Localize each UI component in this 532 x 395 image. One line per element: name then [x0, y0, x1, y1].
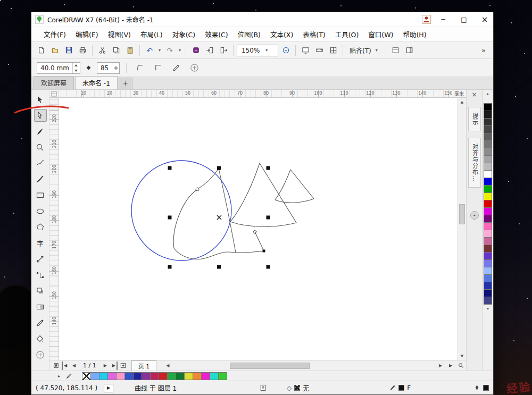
color-swatch[interactable]	[484, 200, 492, 208]
color-swatch[interactable]	[484, 148, 492, 156]
scroll-down-icon[interactable]: ▼	[461, 352, 463, 360]
page-flyout-button[interactable]	[52, 362, 60, 370]
nib-angle-stepper[interactable]	[112, 63, 119, 73]
fill-indicator[interactable]: ◇ 无	[287, 383, 309, 392]
shape-tool[interactable]	[34, 109, 47, 122]
color-swatch[interactable]	[484, 140, 492, 148]
horizontal-ruler[interactable]: 102030405060708090100110120130140150	[59, 90, 452, 97]
nib-size-input[interactable]: 40.0 mm	[37, 62, 80, 74]
color-swatch[interactable]	[484, 170, 492, 178]
maximize-button[interactable]: □	[455, 12, 472, 27]
bottom-palette-eyedropper-button[interactable]	[64, 372, 73, 380]
docker-tab-align-distribute[interactable]: 对齐与分布…	[468, 138, 481, 188]
menu-item-2[interactable]: 编辑(E)	[71, 27, 103, 41]
color-swatch[interactable]	[184, 372, 193, 380]
color-swatch[interactable]	[116, 372, 125, 380]
color-swatch[interactable]	[218, 372, 227, 380]
document-info-icon[interactable]	[260, 384, 267, 391]
outline-indicator[interactable]: F	[389, 384, 411, 392]
color-swatch[interactable]	[193, 372, 202, 380]
nib-angle-input[interactable]: 85	[97, 62, 120, 74]
artistic-media-tool[interactable]	[34, 173, 47, 186]
color-swatch[interactable]	[201, 372, 210, 380]
color-swatch[interactable]	[484, 289, 492, 297]
menu-item-12[interactable]: 帮助(H)	[398, 27, 431, 41]
menu-item-8[interactable]: 文本(X)	[265, 27, 298, 41]
fullscreen-preview-button[interactable]	[299, 44, 312, 57]
new-document-tab-button[interactable]: +	[119, 78, 132, 89]
color-swatch[interactable]	[484, 297, 492, 305]
color-swatch[interactable]	[150, 372, 159, 380]
close-button[interactable]: ×	[476, 12, 493, 27]
menu-item-1[interactable]: 文件(F)	[39, 27, 71, 41]
tab-welcome-screen[interactable]: 欢迎屏幕	[34, 76, 74, 89]
ruler-origin-button[interactable]	[49, 90, 59, 97]
toolbar-overflow-chevron[interactable]: »	[477, 46, 490, 54]
minimize-button[interactable]: ─	[435, 12, 452, 27]
bottom-palette-flyout-icon[interactable]: ▸	[55, 372, 63, 380]
color-swatch[interactable]	[484, 207, 492, 215]
transparency-tool[interactable]	[34, 300, 47, 313]
next-page-button[interactable]: ▶	[101, 362, 110, 370]
text-tool[interactable]: 字	[34, 237, 47, 249]
stylus-pressure-button[interactable]	[169, 62, 183, 74]
outline-pen-group[interactable]	[473, 384, 489, 391]
dimension-tool[interactable]	[34, 253, 47, 265]
color-swatch[interactable]	[484, 125, 492, 133]
color-swatch[interactable]	[176, 372, 185, 380]
color-swatch[interactable]	[484, 282, 492, 290]
menu-item-7[interactable]: 位图(B)	[233, 27, 265, 41]
color-swatch[interactable]	[167, 372, 176, 380]
hscroll-left-icon[interactable]: ◀	[163, 363, 172, 368]
open-button[interactable]	[48, 44, 61, 57]
undo-button[interactable]: ↶	[143, 44, 156, 57]
add-page-button[interactable]	[119, 362, 128, 370]
menu-item-4[interactable]: 布局(L)	[136, 27, 168, 41]
export-button[interactable]	[217, 44, 230, 57]
print-button[interactable]	[76, 44, 89, 57]
paste-button[interactable]	[123, 44, 136, 57]
sharp-corner-button[interactable]	[151, 62, 165, 74]
options-button[interactable]	[389, 44, 402, 57]
last-page-button[interactable]: ▶	[111, 362, 118, 370]
color-swatch[interactable]	[142, 372, 151, 380]
import-button[interactable]	[203, 44, 216, 57]
vertical-ruler[interactable]: 220210200190180170160150140	[49, 98, 59, 360]
color-swatch[interactable]	[484, 155, 492, 163]
horizontal-scrollbar[interactable]: ◀ ▶	[163, 360, 445, 371]
cut-button[interactable]	[96, 44, 109, 57]
color-swatch[interactable]	[484, 259, 492, 267]
hscroll-thumb[interactable]	[230, 363, 309, 369]
menu-item-9[interactable]: 表格(T)	[298, 27, 330, 41]
show-rulers-button[interactable]	[313, 44, 326, 57]
selection-center-mark[interactable]	[217, 215, 221, 220]
color-swatch[interactable]	[484, 185, 492, 193]
zoom-level-select[interactable]: 150% ▾	[237, 45, 278, 56]
ellipse-object[interactable]	[131, 161, 231, 260]
menu-item-11[interactable]: 窗口(W)	[363, 27, 398, 41]
color-swatch[interactable]	[484, 178, 492, 186]
palette-scroll-down-icon[interactable]: ▾	[487, 305, 489, 312]
color-swatch[interactable]	[484, 222, 492, 230]
ellipse-tool[interactable]	[34, 205, 47, 217]
pick-tool[interactable]	[34, 93, 47, 106]
color-swatch[interactable]	[90, 372, 99, 380]
vscroll-thumb[interactable]	[459, 204, 465, 224]
rectangle-tool[interactable]	[34, 189, 47, 201]
pan-right-button[interactable]: ▶	[446, 362, 455, 370]
color-swatch[interactable]	[484, 133, 492, 141]
interactive-fill-tool[interactable]	[34, 332, 47, 345]
undo-dropdown-caret[interactable]: ▾	[157, 48, 162, 53]
color-swatch[interactable]	[484, 192, 492, 200]
redo-dropdown-caret[interactable]: ▾	[177, 48, 182, 53]
color-swatch[interactable]	[484, 103, 492, 111]
connector-tool[interactable]	[34, 268, 47, 281]
show-grid-button[interactable]	[327, 44, 339, 57]
copy-button[interactable]	[110, 44, 122, 57]
curve-object[interactable]	[173, 163, 314, 259]
freehand-tool[interactable]	[34, 157, 47, 170]
tab-document[interactable]: 未命名 -1	[75, 76, 118, 89]
vertical-scrollbar[interactable]: ▲ ▼	[458, 98, 466, 360]
application-launcher-button[interactable]	[189, 44, 202, 57]
docker-flyout-handle[interactable]: ◂	[470, 211, 479, 220]
